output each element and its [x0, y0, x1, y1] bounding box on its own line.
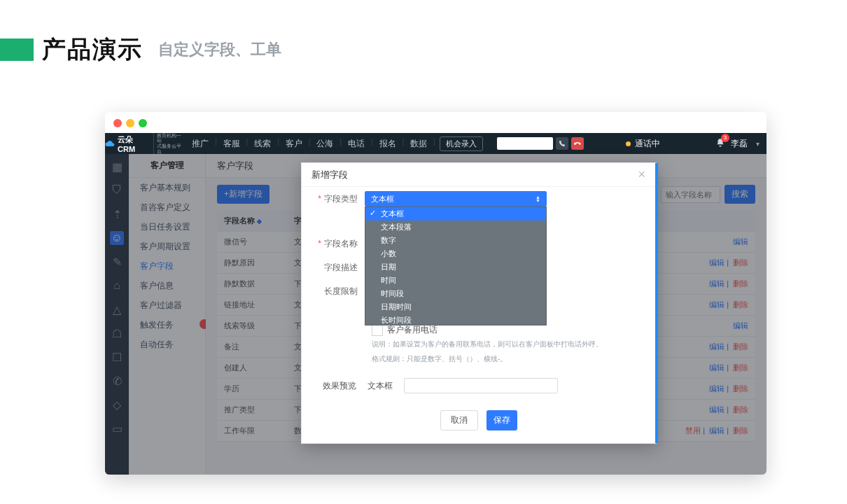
dropdown-option[interactable]: 时间	[365, 274, 546, 287]
add-field-modal: 新增字段 × 字段类型 文本框 ▲▼ 文本框文本段落数字小数日期时间时间段日期时…	[301, 162, 658, 444]
nav-item[interactable]: 线索	[248, 138, 277, 150]
slide-title: 产品演示	[42, 34, 143, 66]
preview-input[interactable]	[404, 378, 558, 393]
note-line-1: 说明：如果设置为客户的备用联系电话，则可以在客户面板中打电话外呼。	[302, 336, 655, 351]
dropdown-option[interactable]: 日期时间	[365, 300, 546, 314]
app-window: 云朵CRM 教育机构一站式服务云平台 推广|客服|线索|客户|公海|电话|报名|…	[105, 112, 766, 475]
chevron-down-icon[interactable]: ▾	[756, 140, 760, 148]
label-field-desc: 字段描述	[313, 260, 365, 274]
top-search-input[interactable]	[497, 137, 553, 150]
dropdown-option[interactable]: 长时间段	[365, 314, 546, 326]
brand-logo: 云朵CRM 教育机构一站式服务云平台	[105, 133, 186, 154]
cancel-button[interactable]: 取消	[440, 410, 478, 430]
field-type-select[interactable]: 文本框 ▲▼	[365, 191, 547, 206]
dropdown-option[interactable]: 文本框	[365, 207, 546, 220]
zoom-dot-icon[interactable]	[139, 119, 147, 127]
dropdown-option[interactable]: 数字	[365, 234, 546, 247]
select-stepper-icon: ▲▼	[536, 195, 540, 202]
nav-item[interactable]: 客户	[279, 138, 309, 150]
call-status-text: 通话中	[635, 138, 660, 150]
nav-item[interactable]: 推广	[186, 138, 215, 150]
label-field-name: 字段名称	[313, 236, 365, 250]
nav-item[interactable]: 公海	[310, 138, 340, 150]
phone-down-icon	[574, 140, 581, 147]
save-button[interactable]: 保存	[486, 410, 517, 430]
current-user[interactable]: 李磊	[731, 138, 748, 150]
modal-title: 新增字段	[312, 169, 348, 181]
field-type-dropdown: 文本框文本段落数字小数日期时间时间段日期时间长时间段单选框复选框下拉菜单级联菜单…	[365, 206, 547, 326]
note-line-2: 格式规则：只能是数字、括号（）、横线-。	[302, 351, 655, 365]
call-status-dot-icon	[626, 141, 631, 146]
dropdown-option[interactable]: 日期	[365, 260, 546, 274]
minimize-dot-icon[interactable]	[126, 119, 134, 127]
label-field-type: 字段类型	[313, 191, 365, 205]
slide-subtitle: 自定义字段、工单	[158, 39, 281, 60]
dropdown-option[interactable]: 时间段	[365, 287, 546, 300]
top-nav: 云朵CRM 教育机构一站式服务云平台 推广|客服|线索|客户|公海|电话|报名|…	[105, 133, 766, 154]
notifications-button[interactable]: 3	[715, 138, 725, 150]
phone-icon	[559, 140, 566, 147]
hangup-button[interactable]	[571, 137, 584, 150]
window-controls	[113, 119, 147, 127]
cloud-icon	[105, 139, 115, 148]
preview-type: 文本框	[368, 380, 393, 392]
slide-header: 产品演示 自定义字段、工单	[0, 34, 281, 66]
nav-item[interactable]: 数据	[404, 138, 433, 150]
close-icon[interactable]: ×	[638, 167, 645, 182]
dropdown-option[interactable]: 小数	[365, 247, 546, 260]
nav-item[interactable]: 电话	[342, 138, 371, 150]
label-length-limit: 长度限制	[313, 284, 365, 298]
notification-count: 3	[721, 134, 729, 142]
dropdown-option[interactable]: 文本段落	[365, 220, 546, 234]
accent-block	[0, 38, 34, 61]
dial-button[interactable]	[556, 137, 568, 150]
backup-phone-label: 客户备用电话	[387, 324, 438, 336]
preview-label: 效果预览	[323, 380, 356, 392]
nav-item[interactable]: 客服	[217, 138, 246, 150]
record-entry-button[interactable]: 机会录入	[440, 136, 483, 151]
backup-phone-checkbox[interactable]	[372, 325, 383, 336]
close-dot-icon[interactable]	[113, 119, 122, 127]
nav-item[interactable]: 报名	[373, 138, 402, 150]
